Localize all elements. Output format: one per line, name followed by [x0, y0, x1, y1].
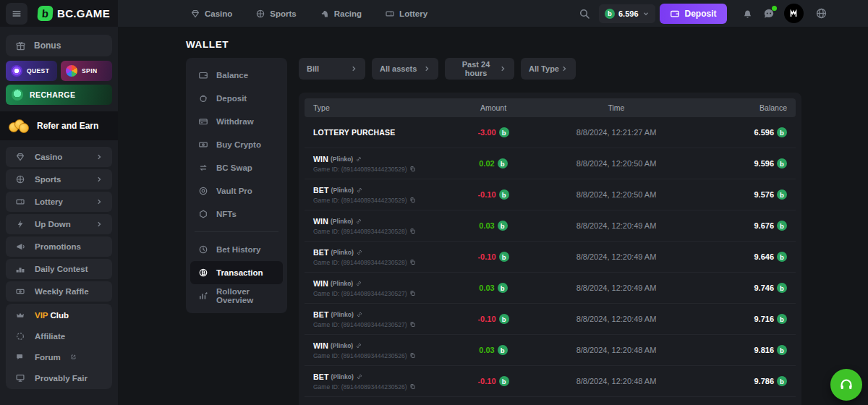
balance-value: 9.576 [754, 190, 774, 199]
link-icon[interactable] [356, 311, 363, 318]
wallet-nav-rollover-overview[interactable]: Rollover Overview [190, 284, 283, 307]
link-icon[interactable] [356, 187, 363, 194]
refer-and-earn-banner[interactable]: Refer and Earn [0, 111, 118, 140]
wallet-nav-buy-crypto[interactable]: Buy Crypto [190, 133, 283, 156]
balance-cell: 9.646b [754, 252, 796, 262]
header-nav-lottery[interactable]: Lottery [385, 9, 427, 19]
user-avatar[interactable] [784, 4, 804, 23]
sidebar-item-daily-contest[interactable]: Daily Contest [6, 259, 112, 279]
amount-cell: 0.03b [479, 283, 507, 293]
wallet-icon [198, 70, 208, 80]
game-name: (Plinko) [331, 373, 354, 380]
link-icon[interactable] [355, 218, 362, 225]
amount-value: -0.10 [477, 315, 495, 323]
bc-coin-icon: b [605, 9, 615, 19]
chat-icon[interactable] [762, 7, 775, 20]
sidebar-item-vip-club[interactable]: VIP Club [6, 304, 112, 325]
bc-coin-icon: b [498, 283, 508, 293]
time-cell: 8/8/2024, 12:20:50 AM [576, 159, 657, 168]
sidebar-item-promotions[interactable]: Promotions [6, 236, 112, 257]
search-icon[interactable] [579, 8, 590, 20]
copy-icon[interactable] [409, 383, 416, 390]
hamburger-menu-button[interactable] [6, 3, 27, 25]
copy-icon[interactable] [409, 166, 416, 172]
link-icon[interactable] [355, 280, 362, 287]
filter-past-24-hours[interactable]: Past 24 hours [445, 58, 514, 80]
filter-all-assets[interactable]: All assets [372, 58, 438, 80]
language-globe-icon[interactable] [815, 7, 827, 20]
sidebar-item-forum[interactable]: Forum [6, 346, 112, 367]
copy-icon[interactable] [409, 259, 416, 265]
table-row: WIN(Plinko)Game ID: (891440893444230529)… [305, 148, 796, 179]
table-row: BET(Plinko)Game ID: (891440893444230527)… [305, 304, 796, 335]
wallet-nav-bc-swap[interactable]: BC Swap [190, 156, 283, 179]
amount-value: -0.10 [477, 252, 495, 261]
wallet-nav-vault-pro[interactable]: Vault Pro [190, 179, 283, 202]
chevron-right-icon [561, 65, 568, 72]
sidebar-item-up-down[interactable]: Up Down [6, 214, 112, 234]
wallet-nav-label: Balance [216, 71, 248, 80]
copy-icon[interactable] [409, 352, 416, 359]
recharge-icon [12, 89, 23, 101]
support-button[interactable] [830, 369, 862, 401]
link-icon[interactable] [355, 155, 362, 163]
table-header-row: TypeAmountTimeBalance [305, 98, 796, 117]
filter-all-type[interactable]: All Type [521, 58, 576, 80]
sidebar-item-affiliate[interactable]: Affiliate [6, 325, 112, 346]
game-name: (Plinko) [331, 280, 353, 287]
link-icon[interactable] [356, 373, 363, 380]
link-icon[interactable] [355, 342, 362, 349]
type-cell: WIN(Plinko)Game ID: (891440893444230528) [305, 217, 435, 235]
copy-icon[interactable] [409, 197, 416, 203]
time-cell: 8/8/2024, 12:20:48 AM [576, 377, 657, 385]
sidebar-item-weekly-raffle[interactable]: Weekly Raffle [6, 281, 112, 302]
quest-button[interactable]: QUEST [6, 61, 57, 81]
copy-icon[interactable] [409, 290, 416, 297]
filter-label: All Type [529, 64, 559, 73]
transaction-type: BET [313, 310, 329, 319]
sidebar-item-bonus[interactable]: Bonus [6, 35, 112, 56]
spin-button[interactable]: SPIN [61, 61, 112, 81]
wallet-nav-transaction[interactable]: Transaction [190, 261, 283, 284]
sidebar-item-lottery[interactable]: Lottery [6, 192, 112, 212]
type-cell: WIN(Plinko)Game ID: (891440893444230526) [305, 341, 435, 359]
bc-coin-icon: b [777, 158, 787, 169]
sidebar-item-label: Promotions [35, 242, 81, 251]
balance-value: 9.816 [754, 346, 774, 354]
balance-value: 6.596 [754, 128, 774, 137]
balance-cell: 9.596b [754, 158, 796, 169]
wallet-nav-divider [195, 231, 278, 232]
header-nav-casino[interactable]: Casino [190, 9, 232, 19]
bc-coin-icon: b [499, 189, 509, 200]
recharge-button[interactable]: RECHARGE [6, 85, 112, 105]
header-nav-racing[interactable]: Racing [320, 9, 362, 19]
wallet-nav-nfts[interactable]: NFTs [190, 202, 283, 226]
deposit-button[interactable]: Deposit [660, 4, 727, 24]
wallet-nav-withdraw[interactable]: Withdraw [190, 110, 283, 133]
raffle-icon [15, 286, 25, 297]
transaction-type: BET [313, 248, 329, 257]
wallet-nav-deposit[interactable]: Deposit [190, 87, 283, 110]
notifications-bell-icon[interactable] [741, 7, 754, 20]
sidebar-item-provably-fair[interactable]: Provably Fair [6, 367, 112, 388]
racing-icon [320, 9, 330, 19]
balance-dropdown[interactable]: b 6.596 [599, 4, 655, 23]
header-nav-sports[interactable]: Sports [255, 9, 296, 19]
wallet-nav-label: Transaction [216, 268, 263, 277]
wallet-nav-bet-history[interactable]: Bet History [190, 238, 283, 261]
sidebar-item-casino[interactable]: Casino [6, 147, 112, 167]
filter-bill[interactable]: Bill [299, 58, 365, 80]
amount-cell: -3.00b [477, 127, 509, 137]
bc-coin-icon: b [499, 314, 509, 324]
transaction-type: BET [313, 186, 329, 195]
bcgame-logo[interactable]: b BC.GAME [38, 6, 110, 21]
time-cell: 8/8/2024, 12:21:27 AM [576, 128, 657, 137]
copy-icon[interactable] [409, 228, 416, 234]
copy-icon[interactable] [409, 321, 416, 328]
wallet-nav-balance[interactable]: Balance [190, 64, 283, 87]
bc-coin-icon: b [498, 345, 508, 355]
sidebar-item-sports[interactable]: Sports [6, 169, 112, 189]
link-icon[interactable] [356, 249, 363, 256]
type-cell: BET(Plinko)Game ID: (891440893444230527) [305, 310, 435, 328]
sidebar-item-label: Forum [35, 353, 61, 362]
